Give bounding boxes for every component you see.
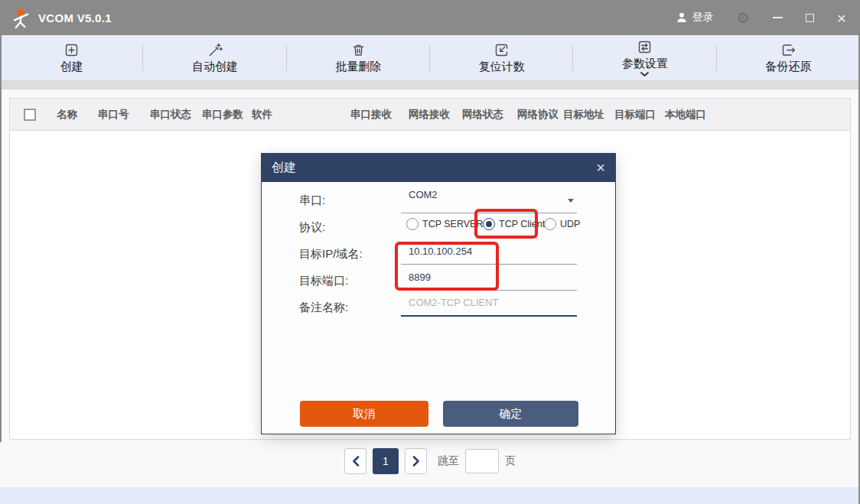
param-settings-button[interactable]: 参数设置 xyxy=(573,35,716,80)
batch-delete-icon xyxy=(350,42,366,58)
col-com-number: 串口号 xyxy=(98,99,129,131)
maximize-button[interactable] xyxy=(806,14,814,22)
gear-icon[interactable]: ⚙ xyxy=(737,11,750,25)
col-target-port: 目标端口 xyxy=(614,99,656,131)
tool-label: 批量删除 xyxy=(335,60,381,73)
dialog-titlebar: 创建 × xyxy=(261,153,616,182)
create-dialog: 创建 × 串口: 协议: 目标IP/域名: 目标端口: 备注名称: COM2 T… xyxy=(261,153,616,434)
col-net-status: 网络状态 xyxy=(462,99,503,131)
pagination: 1 跳至 页 xyxy=(0,448,860,474)
remark-label: 备注名称: xyxy=(299,301,348,315)
jump-to-label: 跳至 xyxy=(438,454,459,468)
chevron-left-icon xyxy=(352,456,360,467)
dialog-close-icon[interactable]: × xyxy=(596,160,605,175)
app-title: VCOM V5.0.1 xyxy=(38,11,112,24)
target-port-input[interactable] xyxy=(401,265,577,291)
dialog-title: 创建 xyxy=(272,160,296,176)
target-ip-label: 目标IP/域名: xyxy=(299,247,363,262)
batch-delete-button[interactable]: 批量删除 xyxy=(287,35,430,80)
tool-label: 参数设置 xyxy=(622,57,668,70)
protocol-label: 协议: xyxy=(299,220,325,235)
tool-label: 自动创建 xyxy=(192,60,238,73)
col-net-received: 网络接收 xyxy=(409,99,450,131)
col-name: 名称 xyxy=(57,99,77,131)
cancel-button[interactable]: 取消 xyxy=(300,401,428,427)
vcom-window: VCOM V5.0.1 登录 ⚙ × 创建 xyxy=(0,0,860,504)
create-button[interactable]: 创建 xyxy=(0,35,143,80)
tool-label: 备份还原 xyxy=(765,60,811,73)
toolbar: 创建 自动创建 批量删除 复位计数 xyxy=(0,35,860,80)
radio-tcp-server[interactable]: TCP SERVER xyxy=(406,218,483,230)
footer-strip xyxy=(0,487,860,504)
backup-restore-icon xyxy=(780,42,796,58)
col-target-address: 目标地址 xyxy=(563,99,604,131)
auto-create-button[interactable]: 自动创建 xyxy=(143,35,286,80)
jump-page-input[interactable] xyxy=(465,449,499,473)
prev-page-button[interactable] xyxy=(344,448,366,474)
chevron-right-icon xyxy=(412,456,420,467)
usr-logo-icon xyxy=(11,8,31,28)
chevron-down-icon xyxy=(640,72,649,76)
target-port-label: 目标端口: xyxy=(299,274,348,288)
toolbar-divider xyxy=(0,80,860,89)
col-com-params: 串口参数 xyxy=(202,99,243,131)
confirm-button[interactable]: 确定 xyxy=(443,401,578,427)
select-all-checkbox[interactable] xyxy=(24,109,36,121)
logo-head xyxy=(17,8,24,15)
select-caret-icon xyxy=(568,199,574,203)
radio-tcp-client[interactable]: TCP Client xyxy=(483,218,545,230)
titlebar: VCOM V5.0.1 登录 ⚙ × xyxy=(0,0,860,35)
col-net-protocol: 网络协议 xyxy=(517,99,559,131)
radio-label: TCP Client xyxy=(499,219,545,229)
col-com-received: 串口接收 xyxy=(350,99,392,131)
next-page-button[interactable] xyxy=(405,448,427,474)
login-label: 登录 xyxy=(692,11,714,24)
login-button[interactable]: 登录 xyxy=(676,11,714,24)
radio-circle xyxy=(544,218,556,230)
col-com-status: 串口状态 xyxy=(150,99,191,131)
serial-port-label: 串口: xyxy=(299,193,325,208)
radio-circle xyxy=(406,218,419,230)
tool-label: 复位计数 xyxy=(479,60,525,73)
backup-restore-button[interactable]: 备份还原 xyxy=(717,35,860,80)
param-settings-icon xyxy=(637,39,653,55)
table-header: 名称 串口号 串口状态 串口参数 软件 串口接收 网络接收 网络状态 网络协议 … xyxy=(10,99,850,131)
current-page-indicator[interactable]: 1 xyxy=(373,448,399,474)
titlebar-controls: 登录 ⚙ × xyxy=(676,10,846,26)
user-icon xyxy=(676,11,688,24)
auto-create-icon xyxy=(207,42,223,58)
col-software: 软件 xyxy=(252,99,272,131)
radio-circle xyxy=(483,218,495,230)
tool-label: 创建 xyxy=(60,60,83,73)
radio-label: UDP xyxy=(560,219,580,229)
reset-count-button[interactable]: 复位计数 xyxy=(430,35,573,80)
serial-port-value: COM2 xyxy=(409,189,438,200)
col-local-port: 本地端口 xyxy=(665,99,706,131)
page-unit-label: 页 xyxy=(505,454,516,468)
radio-udp[interactable]: UDP xyxy=(544,218,580,230)
window-edge-left xyxy=(0,35,2,442)
minimize-button[interactable] xyxy=(773,17,783,18)
reset-count-icon xyxy=(494,42,510,58)
serial-port-select[interactable]: COM2 xyxy=(401,187,577,213)
create-icon xyxy=(64,42,80,58)
target-ip-input[interactable] xyxy=(401,239,577,265)
radio-label: TCP SERVER xyxy=(422,219,483,229)
remark-input[interactable] xyxy=(401,291,577,317)
close-button[interactable]: × xyxy=(837,10,846,26)
